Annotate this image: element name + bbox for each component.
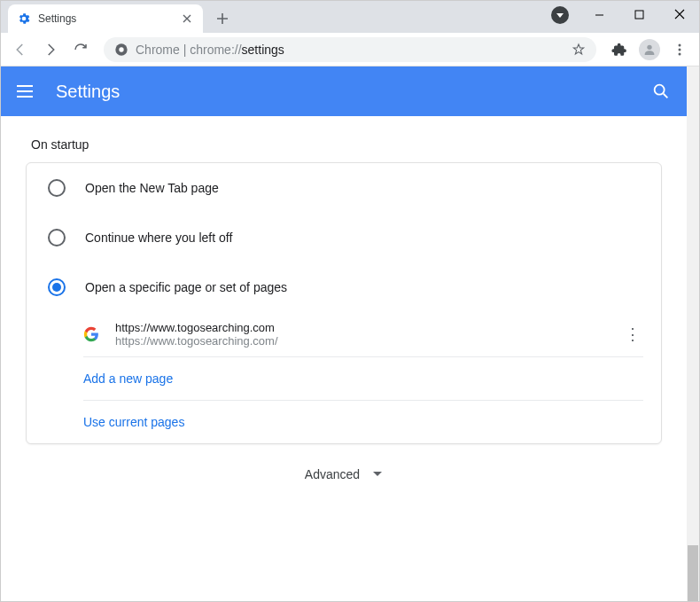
gear-icon	[17, 12, 31, 26]
close-icon[interactable]	[180, 12, 194, 26]
svg-point-4	[679, 43, 681, 46]
page-more-icon[interactable]: ⋮	[622, 326, 643, 342]
radio-icon	[48, 278, 66, 296]
new-tab-button[interactable]	[210, 6, 235, 31]
profile-avatar[interactable]	[637, 37, 662, 62]
browser-tab[interactable]: Settings	[8, 4, 203, 33]
svg-point-5	[679, 48, 681, 51]
add-page-link[interactable]: Add a new page	[83, 357, 643, 401]
menu-icon[interactable]	[667, 37, 692, 62]
advanced-toggle[interactable]: Advanced	[26, 444, 662, 535]
radio-option-specific[interactable]: Open a specific page or set of pages	[27, 262, 661, 312]
radio-label: Open the New Tab page	[85, 181, 219, 195]
settings-content: Settings On startup Open the New Tab pag…	[1, 66, 687, 601]
extensions-icon[interactable]	[607, 37, 632, 62]
scrollbar-thumb[interactable]	[688, 545, 698, 601]
bookmark-star-icon[interactable]	[572, 43, 586, 57]
chevron-down-icon	[372, 469, 383, 480]
settings-header: Settings	[1, 66, 687, 116]
radio-option-continue[interactable]: Continue where you left off	[27, 213, 661, 262]
hamburger-icon[interactable]	[17, 81, 38, 102]
svg-point-2	[119, 47, 123, 51]
forward-button[interactable]	[38, 37, 63, 62]
page-title: https://www.togosearching.com	[115, 321, 622, 334]
startup-pages-section: https://www.togosearching.com https://ww…	[27, 312, 661, 443]
page-url: https://www.togosearching.com/	[115, 334, 622, 348]
settings-search-icon[interactable]	[651, 82, 671, 101]
back-button[interactable]	[8, 37, 33, 62]
radio-label: Continue where you left off	[85, 231, 232, 245]
startup-card: Open the New Tab page Continue where you…	[26, 162, 662, 444]
window-controls	[551, 1, 699, 33]
use-current-pages-link[interactable]: Use current pages	[83, 401, 643, 443]
address-bar[interactable]: Chrome | chrome://settings	[104, 37, 596, 62]
reload-button[interactable]	[68, 37, 93, 62]
browser-toolbar: Chrome | chrome://settings	[1, 33, 699, 66]
radio-option-newtab[interactable]: Open the New Tab page	[27, 163, 661, 213]
svg-point-6	[679, 52, 681, 55]
tab-title: Settings	[38, 12, 180, 25]
window-titlebar: Settings	[1, 1, 699, 33]
startup-page-row: https://www.togosearching.com https://ww…	[83, 312, 643, 357]
radio-icon	[48, 179, 66, 197]
section-title: On startup	[31, 137, 662, 152]
svg-point-3	[647, 44, 651, 49]
notification-icon[interactable]	[551, 6, 569, 24]
google-favicon-icon	[83, 326, 99, 342]
settings-title: Settings	[56, 82, 120, 102]
close-window-button[interactable]	[659, 1, 699, 27]
svg-point-7	[655, 85, 665, 95]
minimize-button[interactable]	[579, 1, 619, 27]
maximize-button[interactable]	[619, 1, 659, 27]
svg-rect-0	[635, 11, 643, 19]
advanced-label: Advanced	[305, 467, 360, 481]
radio-icon	[48, 229, 66, 246]
radio-label: Open a specific page or set of pages	[85, 280, 287, 294]
address-text: Chrome | chrome://settings	[136, 43, 284, 57]
chrome-icon	[114, 43, 128, 57]
scrollbar[interactable]	[687, 66, 699, 601]
